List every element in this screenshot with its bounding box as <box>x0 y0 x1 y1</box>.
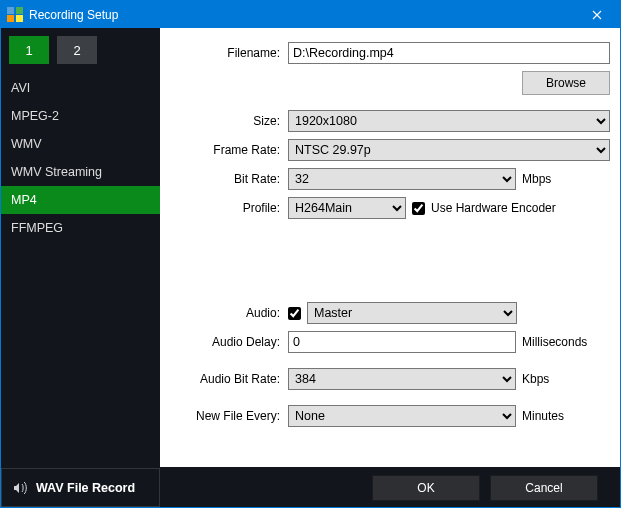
channel-tab-2[interactable]: 2 <box>57 36 97 64</box>
audiodelay-unit: Milliseconds <box>522 335 598 349</box>
newfile-label: New File Every: <box>160 409 288 423</box>
close-button[interactable] <box>574 1 620 28</box>
size-select[interactable]: 1920x1080 <box>288 110 610 132</box>
audiobitrate-unit: Kbps <box>522 372 598 386</box>
audio-label: Audio: <box>160 306 288 320</box>
newfile-select[interactable]: None <box>288 405 516 427</box>
format-list: AVI MPEG-2 WMV WMV Streaming MP4 FFMPEG <box>1 74 160 467</box>
format-mp4[interactable]: MP4 <box>1 186 160 214</box>
format-ffmpeg[interactable]: FFMPEG <box>1 214 160 242</box>
footer: WAV File Record OK Cancel <box>1 467 620 507</box>
profile-select[interactable]: H264Main <box>288 197 406 219</box>
audio-checkbox[interactable] <box>288 307 301 320</box>
ok-button[interactable]: OK <box>372 475 480 501</box>
titlebar: Recording Setup <box>1 1 620 28</box>
speaker-icon <box>12 480 28 496</box>
size-label: Size: <box>160 114 288 128</box>
audiodelay-input[interactable] <box>288 331 516 353</box>
bitrate-select[interactable]: 32 <box>288 168 516 190</box>
format-mpeg2[interactable]: MPEG-2 <box>1 102 160 130</box>
sidebar: 1 2 AVI MPEG-2 WMV WMV Streaming MP4 FFM… <box>1 28 160 467</box>
format-wmv[interactable]: WMV <box>1 130 160 158</box>
channel-tabs: 1 2 <box>1 32 160 74</box>
framerate-select[interactable]: NTSC 29.97p <box>288 139 610 161</box>
filename-label: Filename: <box>160 46 288 60</box>
filename-input[interactable] <box>288 42 610 64</box>
footer-buttons: OK Cancel <box>160 468 620 507</box>
browse-button[interactable]: Browse <box>522 71 610 95</box>
wav-file-record-label: WAV File Record <box>36 481 135 495</box>
hw-encoder-label: Use Hardware Encoder <box>431 201 556 215</box>
bitrate-label: Bit Rate: <box>160 172 288 186</box>
window-title: Recording Setup <box>29 8 574 22</box>
channel-tab-1[interactable]: 1 <box>9 36 49 64</box>
audiobitrate-select[interactable]: 384 <box>288 368 516 390</box>
close-icon <box>592 10 602 20</box>
wav-file-record-button[interactable]: WAV File Record <box>1 468 160 507</box>
format-wmv-streaming[interactable]: WMV Streaming <box>1 158 160 186</box>
format-avi[interactable]: AVI <box>1 74 160 102</box>
audiobitrate-label: Audio Bit Rate: <box>160 372 288 386</box>
newfile-unit: Minutes <box>522 409 598 423</box>
settings-panel: Filename: Browse Size: 1920x1080 <box>160 28 620 467</box>
cancel-button[interactable]: Cancel <box>490 475 598 501</box>
hw-encoder-checkbox[interactable] <box>412 202 425 215</box>
app-icon <box>7 7 23 23</box>
audio-source-select[interactable]: Master <box>307 302 517 324</box>
audiodelay-label: Audio Delay: <box>160 335 288 349</box>
body: 1 2 AVI MPEG-2 WMV WMV Streaming MP4 FFM… <box>1 28 620 467</box>
framerate-label: Frame Rate: <box>160 143 288 157</box>
window: Recording Setup 1 2 AVI MPEG-2 WMV WMV S… <box>0 0 621 508</box>
bitrate-unit: Mbps <box>522 172 598 186</box>
profile-label: Profile: <box>160 201 288 215</box>
